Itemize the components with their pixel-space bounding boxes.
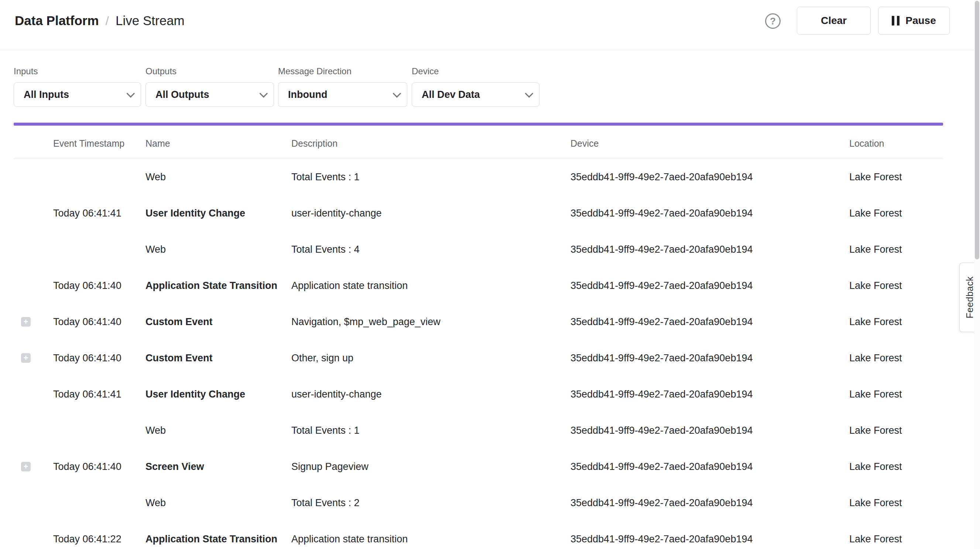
cell-timestamp: Today 06:41:40 <box>53 461 145 472</box>
cell-device: 35eddb41-9ff9-49e2-7aed-20afa90eb194 <box>571 353 849 364</box>
device-dropdown-value: All Dev Data <box>422 89 480 101</box>
table-row[interactable]: + Web Total Events : 2 35eddb41-9ff9-49e… <box>14 485 943 521</box>
cell-description: Total Events : 2 <box>291 497 571 509</box>
clear-button-label: Clear <box>821 15 847 27</box>
cell-location: Lake Forest <box>849 389 943 400</box>
cell-name: Web <box>145 497 291 509</box>
cell-description: Navigation, $mp_web_page_view <box>291 316 571 328</box>
table-row[interactable]: + Today 06:41:41 User Identity Change us… <box>14 376 943 412</box>
cell-timestamp: Today 06:41:40 <box>53 316 145 328</box>
filter-message-direction-label: Message Direction <box>278 66 407 77</box>
column-header-location: Location <box>849 138 943 149</box>
chevron-down-icon <box>127 89 135 98</box>
table-row[interactable]: + Today 06:41:40 Custom Event Other, sig… <box>14 340 943 376</box>
table-row[interactable]: + Today 06:41:22 Application State Trans… <box>14 521 943 549</box>
cell-location: Lake Forest <box>849 533 943 545</box>
table-row[interactable]: + Today 06:41:40 Screen View Signup Page… <box>14 448 943 485</box>
filter-inputs-label: Inputs <box>14 66 141 77</box>
cell-description: Total Events : 4 <box>291 244 571 255</box>
cell-device: 35eddb41-9ff9-49e2-7aed-20afa90eb194 <box>571 244 849 255</box>
pause-icon <box>892 16 899 26</box>
cell-location: Lake Forest <box>849 207 943 219</box>
cell-location: Lake Forest <box>849 497 943 509</box>
cell-device: 35eddb41-9ff9-49e2-7aed-20afa90eb194 <box>571 425 849 436</box>
expand-icon[interactable]: + <box>21 462 31 471</box>
cell-description: Other, sign up <box>291 353 571 364</box>
cell-location: Lake Forest <box>849 353 943 364</box>
outputs-dropdown[interactable]: All Outputs <box>145 82 274 107</box>
filter-outputs: Outputs All Outputs <box>145 66 274 107</box>
expand-icon[interactable]: + <box>21 353 31 363</box>
column-header-description: Description <box>291 138 571 149</box>
cell-description: user-identity-change <box>291 389 571 400</box>
filter-device-label: Device <box>412 66 539 77</box>
table-row[interactable]: + Today 06:41:41 User Identity Change us… <box>14 195 943 231</box>
message-direction-dropdown-value: Inbound <box>288 89 327 101</box>
cell-name: Application State Transition <box>145 533 291 545</box>
inputs-dropdown[interactable]: All Inputs <box>14 82 141 107</box>
column-header-timestamp: Event Timestamp <box>53 138 145 149</box>
cell-description: Total Events : 1 <box>291 425 571 436</box>
expand-icon[interactable]: + <box>21 317 31 327</box>
cell-location: Lake Forest <box>849 461 943 472</box>
page-title: Live Stream <box>116 13 185 28</box>
help-icon[interactable]: ? <box>765 13 781 29</box>
cell-description: Total Events : 1 <box>291 171 571 183</box>
table-body: + Web Total Events : 1 35eddb41-9ff9-49e… <box>14 159 943 549</box>
breadcrumb: Data Platform / Live Stream <box>15 13 185 28</box>
cell-device: 35eddb41-9ff9-49e2-7aed-20afa90eb194 <box>571 461 849 472</box>
filter-inputs: Inputs All Inputs <box>14 66 141 107</box>
cell-name: Application State Transition <box>145 280 291 292</box>
cell-location: Lake Forest <box>849 244 943 255</box>
cell-device: 35eddb41-9ff9-49e2-7aed-20afa90eb194 <box>571 389 849 400</box>
table-header-row: Event Timestamp Name Description Device … <box>14 129 943 159</box>
cell-location: Lake Forest <box>849 171 943 183</box>
cell-timestamp: Today 06:41:41 <box>53 207 145 219</box>
breadcrumb-separator: / <box>106 14 109 28</box>
table-row[interactable]: + Today 06:41:40 Application State Trans… <box>14 268 943 304</box>
cell-name: Web <box>145 171 291 183</box>
outputs-dropdown-value: All Outputs <box>156 89 209 101</box>
scrollbar-track <box>974 0 980 549</box>
inputs-dropdown-value: All Inputs <box>24 89 69 101</box>
cell-name: Custom Event <box>145 316 291 328</box>
chevron-down-icon <box>259 89 268 98</box>
cell-device: 35eddb41-9ff9-49e2-7aed-20afa90eb194 <box>571 171 849 183</box>
table-row[interactable]: + Web Total Events : 1 35eddb41-9ff9-49e… <box>14 159 943 195</box>
breadcrumb-root[interactable]: Data Platform <box>15 13 99 28</box>
cell-name: Screen View <box>145 461 291 472</box>
cell-name: User Identity Change <box>145 207 291 219</box>
cell-description: Application state transition <box>291 533 571 545</box>
message-direction-dropdown[interactable]: Inbound <box>278 82 407 107</box>
cell-name: Web <box>145 425 291 436</box>
device-dropdown[interactable]: All Dev Data <box>412 82 539 107</box>
clear-button[interactable]: Clear <box>797 6 871 35</box>
cell-location: Lake Forest <box>849 425 943 436</box>
cell-description: Application state transition <box>291 280 571 292</box>
pause-button-label: Pause <box>905 15 936 27</box>
top-bar: Data Platform / Live Stream ? Clear Paus… <box>0 0 980 50</box>
cell-name: Custom Event <box>145 353 291 364</box>
filter-device: Device All Dev Data <box>412 66 539 107</box>
cell-timestamp: Today 06:41:22 <box>53 533 145 545</box>
pause-button[interactable]: Pause <box>878 6 950 35</box>
chevron-down-icon <box>393 89 401 98</box>
accent-divider <box>14 123 943 126</box>
cell-device: 35eddb41-9ff9-49e2-7aed-20afa90eb194 <box>571 207 849 219</box>
cell-name: Web <box>145 244 291 255</box>
filter-bar: Inputs All Inputs Outputs All Outputs Me… <box>0 51 980 123</box>
cell-timestamp: Today 06:41:40 <box>53 280 145 292</box>
table-row[interactable]: + Web Total Events : 1 35eddb41-9ff9-49e… <box>14 412 943 448</box>
cell-name: User Identity Change <box>145 389 291 400</box>
column-header-name: Name <box>145 138 291 149</box>
table-row[interactable]: + Web Total Events : 4 35eddb41-9ff9-49e… <box>14 231 943 268</box>
table-row[interactable]: + Today 06:41:40 Custom Event Navigation… <box>14 304 943 340</box>
cell-location: Lake Forest <box>849 316 943 328</box>
cell-description: Signup Pageview <box>291 461 571 472</box>
filter-outputs-label: Outputs <box>145 66 274 77</box>
scrollbar-thumb[interactable] <box>975 1 979 259</box>
live-stream-table: Event Timestamp Name Description Device … <box>14 129 943 549</box>
cell-description: user-identity-change <box>291 207 571 219</box>
filter-message-direction: Message Direction Inbound <box>278 66 407 107</box>
cell-device: 35eddb41-9ff9-49e2-7aed-20afa90eb194 <box>571 280 849 292</box>
